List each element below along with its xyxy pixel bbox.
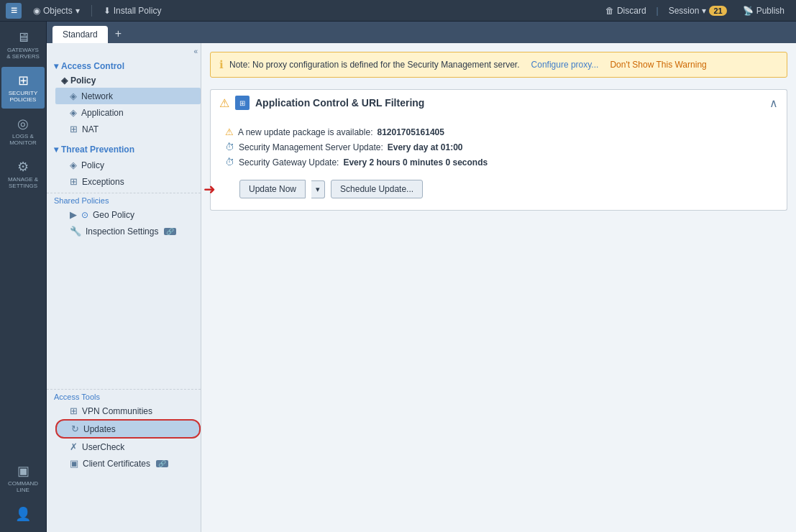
nav-item-usercheck[interactable]: ✗ UserCheck [55, 439, 201, 455]
content-area: « ▾ Access Control ◈ Policy ◈ Network [47, 43, 796, 532]
application-icon: ◈ [70, 107, 77, 118]
nav-item-exceptions[interactable]: ⊞ Exceptions [55, 173, 201, 190]
policy-icon: ◈ [61, 75, 68, 86]
section-header-left: ⚠ ⊞ Application Control & URL Filtering [219, 96, 424, 110]
sidebar-item-manage[interactable]: ⚙ MANAGE & SETTINGS [1, 153, 45, 195]
access-control-group: ◈ Policy ◈ Network ◈ Application ⊞ NAT [47, 73, 201, 137]
nat-icon: ⊞ [70, 124, 78, 134]
gateway-update-row: ⏱ Security Gateway Update: Every 2 hours… [225, 155, 772, 170]
gateway-clock-icon: ⏱ [225, 157, 234, 168]
configure-proxy-button[interactable]: Configure proxy... [531, 60, 599, 70]
discard-icon: 🗑 [605, 6, 614, 16]
gateways-icon: 🖥 [17, 30, 29, 45]
sidebar-item-logs[interactable]: ◎ LOGS & MONITOR [1, 110, 45, 152]
nav-item-geo-policy[interactable]: ▶ ⊙ Geo Policy [55, 206, 201, 223]
logs-icon: ◎ [17, 116, 29, 132]
shared-policies-group: ▶ ⊙ Geo Policy 🔧 Inspection Settings 🔗 [47, 206, 201, 239]
red-arrow-annotation: ➜ [203, 180, 216, 198]
discard-button[interactable]: 🗑 Discard [601, 4, 651, 18]
command-icon: ▣ [17, 463, 29, 479]
vpn-icon: ⊞ [70, 405, 78, 416]
section-header: ⚠ ⊞ Application Control & URL Filtering … [210, 89, 787, 116]
objects-dropdown-icon: ▾ [76, 6, 80, 16]
session-dropdown-icon: ▾ [702, 6, 706, 16]
threat-prevention-section[interactable]: ▾ Threat Prevention [47, 140, 201, 157]
nav-item-tp-policy[interactable]: ◈ Policy [55, 157, 201, 173]
nav-item-nat[interactable]: ⊞ NAT [55, 121, 201, 137]
sidebar-item-bottom[interactable]: 👤 [1, 500, 45, 529]
collapse-button[interactable]: « [47, 46, 201, 57]
sidebar-item-security-policies[interactable]: ⊞ SECURITY POLICIES [1, 67, 45, 109]
nav-item-client-certs[interactable]: ▣ Client Certificates 🔗 [55, 455, 201, 472]
tp-arrow: ▾ [54, 145, 58, 155]
session-button[interactable]: Session ▾ 21 [664, 4, 731, 18]
acc-arrow: ▾ [54, 61, 58, 71]
dismiss-warning-button[interactable]: Don't Show This Warning [610, 60, 706, 70]
bottom-icon: 👤 [15, 506, 31, 522]
nav-item-inspection[interactable]: 🔧 Inspection Settings 🔗 [55, 223, 201, 239]
nav-spacer [47, 239, 201, 383]
server-clock-icon: ⏱ [225, 142, 234, 152]
app-logo: ☰ [6, 3, 22, 19]
gateway-update-label: Security Gateway Update: [239, 157, 339, 168]
client-certs-icon: ▣ [70, 458, 78, 469]
sidebar-item-gateways[interactable]: 🖥 GATEWAYS & SERVERS [1, 24, 45, 65]
separator2: | [657, 6, 659, 16]
tab-add-button[interactable]: + [111, 26, 126, 42]
sidebar-item-command[interactable]: ▣ COMMAND LINE [1, 457, 45, 499]
separator [91, 5, 92, 17]
nav-item-application[interactable]: ◈ Application [55, 104, 201, 121]
warning-banner: ℹ Note: No proxy configuration is define… [210, 52, 787, 78]
section-body: ⚠ A new update package is available: 812… [210, 116, 787, 211]
updates-icon: ↻ [71, 423, 79, 434]
server-update-label: Security Management Server Update: [239, 142, 383, 152]
install-policy-button[interactable]: ⬇ Install Policy [98, 4, 168, 18]
section-title: Application Control & URL Filtering [255, 97, 424, 109]
usercheck-icon: ✗ [70, 441, 78, 452]
server-update-value: Every day at 01:00 [388, 142, 463, 152]
app-control-section: ⚠ ⊞ Application Control & URL Filtering … [210, 89, 787, 211]
section-warn-icon: ⚠ [219, 96, 229, 110]
top-bar-right: 🗑 Discard | Session ▾ 21 📡 Publish [601, 4, 790, 18]
server-update-row: ⏱ Security Management Server Update: Eve… [225, 139, 772, 155]
policy-group-title[interactable]: ◈ Policy [55, 73, 201, 88]
package-label: A new update package is available: [238, 127, 372, 137]
nav-item-vpn[interactable]: ⊞ VPN Communities [55, 403, 201, 419]
warning-text: Note: No proxy configuration is defined … [229, 60, 520, 70]
network-icon: ◈ [70, 91, 77, 101]
update-now-button[interactable]: Update Now [239, 180, 306, 198]
left-sidebar: 🖥 GATEWAYS & SERVERS ⊞ SECURITY POLICIES… [0, 22, 47, 532]
action-row: ➜ Update Now ▾ Schedule Update... [225, 180, 772, 198]
main-panel: ℹ Note: No proxy configuration is define… [201, 43, 796, 532]
section-app-icon: ⊞ [235, 96, 250, 110]
access-tools-section[interactable]: Access Tools [47, 389, 201, 403]
tab-bar: Standard + [47, 22, 796, 43]
info-icon: ℹ [219, 58, 224, 71]
schedule-update-button[interactable]: Schedule Update... [331, 180, 423, 198]
objects-button[interactable]: ◉ Objects ▾ [27, 4, 86, 18]
install-icon: ⬇ [104, 6, 111, 16]
access-control-section[interactable]: ▾ Access Control [47, 57, 201, 73]
inspection-icon: 🔧 [70, 226, 81, 237]
publish-button[interactable]: 📡 Publish [737, 4, 790, 18]
tab-standard[interactable]: Standard [52, 26, 108, 43]
session-badge: 21 [709, 6, 726, 16]
nav-item-updates[interactable]: ↻ Updates [55, 419, 201, 439]
gateway-update-value: Every 2 hours 0 minutes 0 seconds [343, 157, 488, 168]
package-id: 81201705161405 [377, 127, 444, 137]
publish-icon: 📡 [743, 6, 754, 16]
objects-icon: ◉ [33, 6, 40, 16]
threat-prevention-group: ◈ Policy ⊞ Exceptions [47, 157, 201, 190]
geo-circle-icon: ⊙ [81, 210, 88, 220]
exceptions-icon: ⊞ [70, 176, 78, 187]
package-warn-icon: ⚠ [225, 127, 234, 137]
package-info-row: ⚠ A new update package is available: 812… [225, 124, 772, 139]
certs-badge: 🔗 [156, 460, 168, 467]
main-layout: 🖥 GATEWAYS & SERVERS ⊞ SECURITY POLICIES… [0, 22, 796, 532]
nav-item-network[interactable]: ◈ Network [55, 88, 201, 104]
access-tools-group: ⊞ VPN Communities ↻ Updates ✗ UserCheck … [47, 403, 201, 472]
update-now-dropdown[interactable]: ▾ [311, 180, 325, 198]
section-collapse-button[interactable]: ∧ [769, 96, 778, 110]
shared-policies-section[interactable]: Shared Policies [47, 193, 201, 206]
manage-icon: ⚙ [17, 159, 29, 175]
